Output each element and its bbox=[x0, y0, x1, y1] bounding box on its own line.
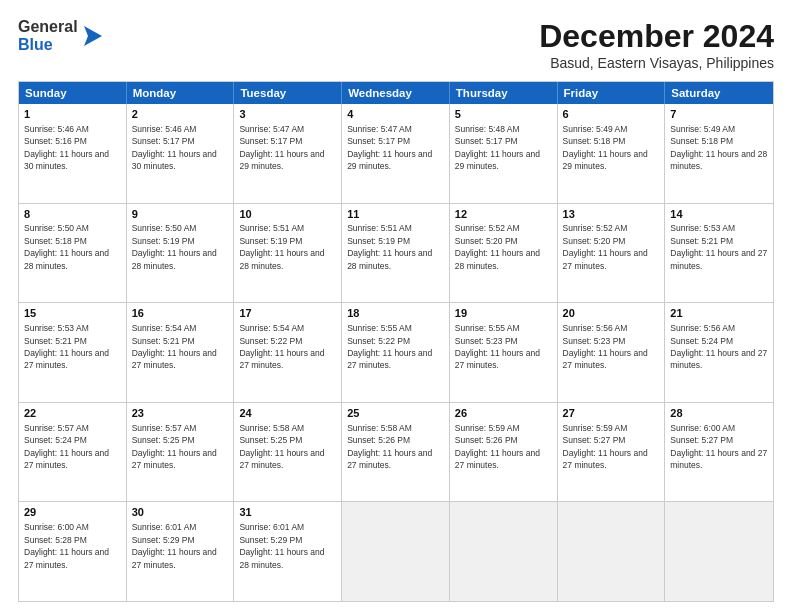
sunset-text: Sunset: 5:17 PM bbox=[239, 136, 302, 146]
day-number: 25 bbox=[347, 406, 444, 421]
calendar-cell: 24 Sunrise: 5:58 AM Sunset: 5:25 PM Dayl… bbox=[234, 403, 342, 502]
sunrise-text: Sunrise: 5:52 AM bbox=[563, 223, 628, 233]
calendar-cell: 6 Sunrise: 5:49 AM Sunset: 5:18 PM Dayli… bbox=[558, 104, 666, 203]
sunset-text: Sunset: 5:25 PM bbox=[239, 435, 302, 445]
sunset-text: Sunset: 5:21 PM bbox=[132, 336, 195, 346]
sunset-text: Sunset: 5:20 PM bbox=[455, 236, 518, 246]
daylight-text: Daylight: 11 hours and 27 minutes. bbox=[132, 348, 217, 370]
sunrise-text: Sunrise: 5:49 AM bbox=[563, 124, 628, 134]
daylight-text: Daylight: 11 hours and 27 minutes. bbox=[347, 448, 432, 470]
calendar-cell: 17 Sunrise: 5:54 AM Sunset: 5:22 PM Dayl… bbox=[234, 303, 342, 402]
calendar-cell bbox=[450, 502, 558, 601]
calendar-cell: 18 Sunrise: 5:55 AM Sunset: 5:22 PM Dayl… bbox=[342, 303, 450, 402]
calendar-cell: 9 Sunrise: 5:50 AM Sunset: 5:19 PM Dayli… bbox=[127, 204, 235, 303]
calendar-cell bbox=[342, 502, 450, 601]
daylight-text: Daylight: 11 hours and 27 minutes. bbox=[455, 448, 540, 470]
sunrise-text: Sunrise: 5:52 AM bbox=[455, 223, 520, 233]
daylight-text: Daylight: 11 hours and 28 minutes. bbox=[132, 248, 217, 270]
daylight-text: Daylight: 11 hours and 28 minutes. bbox=[670, 149, 767, 171]
sunset-text: Sunset: 5:20 PM bbox=[563, 236, 626, 246]
calendar-header: SundayMondayTuesdayWednesdayThursdayFrid… bbox=[19, 82, 773, 104]
calendar-cell: 15 Sunrise: 5:53 AM Sunset: 5:21 PM Dayl… bbox=[19, 303, 127, 402]
day-number: 15 bbox=[24, 306, 121, 321]
daylight-text: Daylight: 11 hours and 27 minutes. bbox=[563, 448, 648, 470]
daylight-text: Daylight: 11 hours and 27 minutes. bbox=[24, 547, 109, 569]
sunset-text: Sunset: 5:17 PM bbox=[347, 136, 410, 146]
subtitle: Basud, Eastern Visayas, Philippines bbox=[539, 55, 774, 71]
day-number: 8 bbox=[24, 207, 121, 222]
sunset-text: Sunset: 5:27 PM bbox=[563, 435, 626, 445]
calendar-cell: 21 Sunrise: 5:56 AM Sunset: 5:24 PM Dayl… bbox=[665, 303, 773, 402]
sunrise-text: Sunrise: 6:01 AM bbox=[132, 522, 197, 532]
sunset-text: Sunset: 5:17 PM bbox=[455, 136, 518, 146]
daylight-text: Daylight: 11 hours and 27 minutes. bbox=[132, 448, 217, 470]
sunset-text: Sunset: 5:17 PM bbox=[132, 136, 195, 146]
daylight-text: Daylight: 11 hours and 30 minutes. bbox=[132, 149, 217, 171]
daylight-text: Daylight: 11 hours and 27 minutes. bbox=[455, 348, 540, 370]
page: General Blue December 2024 Basud, Easter… bbox=[0, 0, 792, 612]
title-area: December 2024 Basud, Eastern Visayas, Ph… bbox=[539, 18, 774, 71]
sunset-text: Sunset: 5:24 PM bbox=[670, 336, 733, 346]
sunrise-text: Sunrise: 5:49 AM bbox=[670, 124, 735, 134]
day-number: 5 bbox=[455, 107, 552, 122]
calendar-cell: 22 Sunrise: 5:57 AM Sunset: 5:24 PM Dayl… bbox=[19, 403, 127, 502]
daylight-text: Daylight: 11 hours and 28 minutes. bbox=[347, 248, 432, 270]
daylight-text: Daylight: 11 hours and 27 minutes. bbox=[24, 448, 109, 470]
calendar-cell: 1 Sunrise: 5:46 AM Sunset: 5:16 PM Dayli… bbox=[19, 104, 127, 203]
sunset-text: Sunset: 5:19 PM bbox=[347, 236, 410, 246]
sunrise-text: Sunrise: 5:53 AM bbox=[670, 223, 735, 233]
daylight-text: Daylight: 11 hours and 27 minutes. bbox=[24, 348, 109, 370]
sunrise-text: Sunrise: 5:59 AM bbox=[455, 423, 520, 433]
sunset-text: Sunset: 5:18 PM bbox=[24, 236, 87, 246]
day-number: 24 bbox=[239, 406, 336, 421]
sunrise-text: Sunrise: 6:01 AM bbox=[239, 522, 304, 532]
sunset-text: Sunset: 5:23 PM bbox=[563, 336, 626, 346]
day-number: 29 bbox=[24, 505, 121, 520]
daylight-text: Daylight: 11 hours and 27 minutes. bbox=[670, 348, 767, 370]
sunrise-text: Sunrise: 5:48 AM bbox=[455, 124, 520, 134]
calendar-week-2: 8 Sunrise: 5:50 AM Sunset: 5:18 PM Dayli… bbox=[19, 204, 773, 304]
sunrise-text: Sunrise: 6:00 AM bbox=[670, 423, 735, 433]
calendar-cell: 26 Sunrise: 5:59 AM Sunset: 5:26 PM Dayl… bbox=[450, 403, 558, 502]
sunset-text: Sunset: 5:29 PM bbox=[239, 535, 302, 545]
sunset-text: Sunset: 5:19 PM bbox=[239, 236, 302, 246]
daylight-text: Daylight: 11 hours and 29 minutes. bbox=[347, 149, 432, 171]
day-number: 13 bbox=[563, 207, 660, 222]
day-number: 10 bbox=[239, 207, 336, 222]
day-number: 26 bbox=[455, 406, 552, 421]
sunrise-text: Sunrise: 5:55 AM bbox=[455, 323, 520, 333]
day-number: 7 bbox=[670, 107, 768, 122]
daylight-text: Daylight: 11 hours and 27 minutes. bbox=[239, 348, 324, 370]
day-number: 12 bbox=[455, 207, 552, 222]
calendar-cell: 20 Sunrise: 5:56 AM Sunset: 5:23 PM Dayl… bbox=[558, 303, 666, 402]
header-day-saturday: Saturday bbox=[665, 82, 773, 104]
daylight-text: Daylight: 11 hours and 27 minutes. bbox=[132, 547, 217, 569]
logo-bird-icon bbox=[80, 22, 102, 50]
sunset-text: Sunset: 5:16 PM bbox=[24, 136, 87, 146]
sunrise-text: Sunrise: 5:46 AM bbox=[24, 124, 89, 134]
sunset-text: Sunset: 5:18 PM bbox=[670, 136, 733, 146]
sunrise-text: Sunrise: 5:58 AM bbox=[239, 423, 304, 433]
calendar-cell bbox=[558, 502, 666, 601]
sunset-text: Sunset: 5:22 PM bbox=[239, 336, 302, 346]
calendar-cell: 3 Sunrise: 5:47 AM Sunset: 5:17 PM Dayli… bbox=[234, 104, 342, 203]
day-number: 17 bbox=[239, 306, 336, 321]
header: General Blue December 2024 Basud, Easter… bbox=[18, 18, 774, 71]
sunset-text: Sunset: 5:28 PM bbox=[24, 535, 87, 545]
calendar-cell: 14 Sunrise: 5:53 AM Sunset: 5:21 PM Dayl… bbox=[665, 204, 773, 303]
calendar-cell: 5 Sunrise: 5:48 AM Sunset: 5:17 PM Dayli… bbox=[450, 104, 558, 203]
calendar-week-5: 29 Sunrise: 6:00 AM Sunset: 5:28 PM Dayl… bbox=[19, 502, 773, 601]
day-number: 20 bbox=[563, 306, 660, 321]
sunrise-text: Sunrise: 5:54 AM bbox=[132, 323, 197, 333]
sunrise-text: Sunrise: 5:53 AM bbox=[24, 323, 89, 333]
daylight-text: Daylight: 11 hours and 27 minutes. bbox=[563, 348, 648, 370]
calendar-cell: 30 Sunrise: 6:01 AM Sunset: 5:29 PM Dayl… bbox=[127, 502, 235, 601]
calendar-cell: 10 Sunrise: 5:51 AM Sunset: 5:19 PM Dayl… bbox=[234, 204, 342, 303]
sunrise-text: Sunrise: 5:50 AM bbox=[24, 223, 89, 233]
sunset-text: Sunset: 5:19 PM bbox=[132, 236, 195, 246]
calendar-body: 1 Sunrise: 5:46 AM Sunset: 5:16 PM Dayli… bbox=[19, 104, 773, 601]
day-number: 3 bbox=[239, 107, 336, 122]
day-number: 23 bbox=[132, 406, 229, 421]
sunrise-text: Sunrise: 5:47 AM bbox=[347, 124, 412, 134]
day-number: 31 bbox=[239, 505, 336, 520]
